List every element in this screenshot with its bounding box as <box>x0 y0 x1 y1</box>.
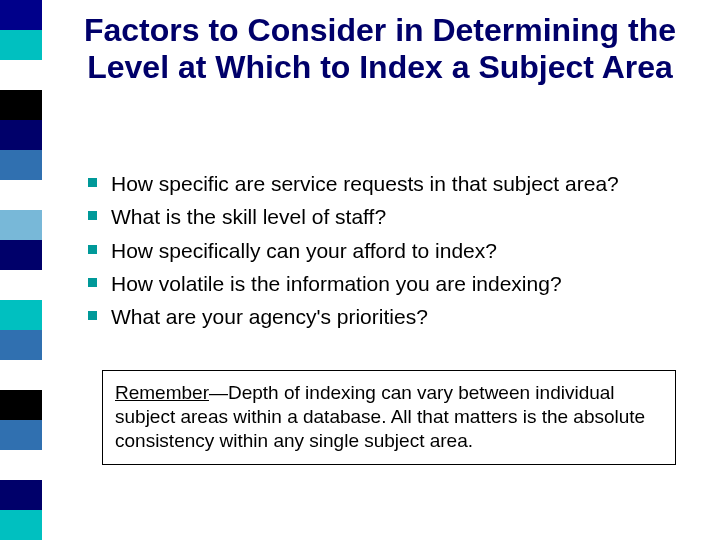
bullet-item: How volatile is the information you are … <box>88 270 688 297</box>
bullet-item: How specifically can your afford to inde… <box>88 237 688 264</box>
square-bullet-icon <box>88 245 97 254</box>
stripe-1 <box>0 30 42 60</box>
stripe-12 <box>0 360 42 390</box>
square-bullet-icon <box>88 178 97 187</box>
bullet-text: What is the skill level of staff? <box>111 203 386 230</box>
square-bullet-icon <box>88 211 97 220</box>
stripe-3 <box>0 90 42 120</box>
decorative-stripe-column <box>0 0 42 540</box>
stripe-13 <box>0 390 42 420</box>
square-bullet-icon <box>88 278 97 287</box>
stripe-0 <box>0 0 42 30</box>
stripe-4 <box>0 120 42 150</box>
stripe-6 <box>0 180 42 210</box>
bullet-item: What are your agency's priorities? <box>88 303 688 330</box>
bullet-text: How specific are service requests in tha… <box>111 170 619 197</box>
stripe-10 <box>0 300 42 330</box>
stripe-2 <box>0 60 42 90</box>
square-bullet-icon <box>88 311 97 320</box>
stripe-8 <box>0 240 42 270</box>
slide-title: Factors to Consider in Determining the L… <box>80 12 680 86</box>
bullet-item: What is the skill level of staff? <box>88 203 688 230</box>
stripe-11 <box>0 330 42 360</box>
stripe-14 <box>0 420 42 450</box>
bullet-text: How specifically can your afford to inde… <box>111 237 497 264</box>
stripe-16 <box>0 480 42 510</box>
remember-note-box: Remember—Depth of indexing can vary betw… <box>102 370 676 465</box>
bullet-list: How specific are service requests in tha… <box>88 170 688 336</box>
stripe-17 <box>0 510 42 540</box>
slide: Factors to Consider in Determining the L… <box>0 0 720 540</box>
stripe-9 <box>0 270 42 300</box>
bullet-text: What are your agency's priorities? <box>111 303 428 330</box>
stripe-15 <box>0 450 42 480</box>
stripe-7 <box>0 210 42 240</box>
bullet-item: How specific are service requests in tha… <box>88 170 688 197</box>
stripe-5 <box>0 150 42 180</box>
bullet-text: How volatile is the information you are … <box>111 270 562 297</box>
note-lead: Remember <box>115 382 209 403</box>
